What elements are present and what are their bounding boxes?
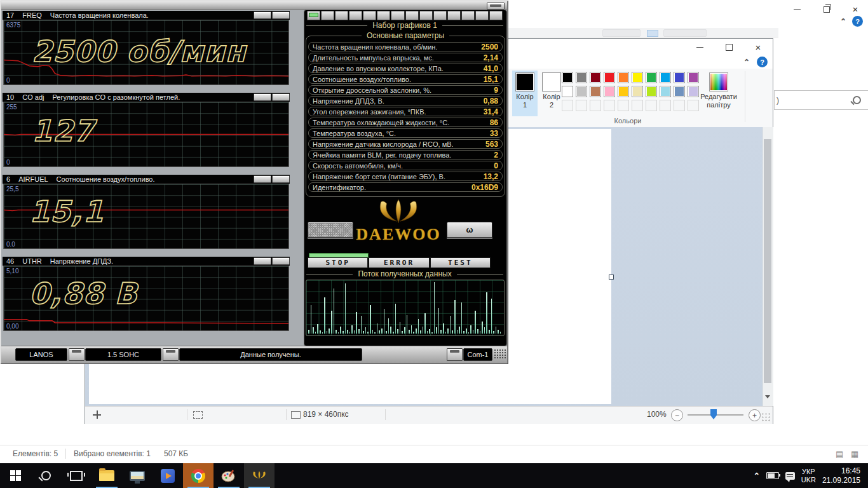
port-select-button[interactable]	[447, 348, 463, 361]
graph-set-tab[interactable]	[461, 11, 475, 20]
graph-panel-button[interactable]	[272, 93, 290, 101]
graph-panel-button[interactable]	[272, 11, 290, 19]
graph-value: 2500 об/мин	[32, 34, 246, 69]
param-row: Открытие дроссельной заслонки, %.9	[308, 85, 503, 95]
stop-label: STOP	[325, 259, 350, 267]
graph-plot-airfuel: 25,5 0.0 15,1	[3, 184, 289, 249]
taskbar-paint[interactable]	[214, 463, 244, 488]
taskbar-media-player[interactable]	[153, 463, 183, 488]
param-value: 0x16D9	[471, 183, 498, 192]
media-player-icon	[161, 469, 175, 483]
graph-code: UTHR	[22, 257, 42, 265]
error-label: ERROR	[384, 259, 414, 267]
engine-select-button[interactable]	[163, 348, 179, 361]
graph-set-tab[interactable]	[349, 11, 362, 20]
graph-plot-co: 255 0 127	[3, 102, 289, 167]
graph-panel-button[interactable]	[272, 175, 290, 183]
graph-set-tab[interactable]	[363, 11, 376, 20]
param-label: Открытие дроссельной заслонки, %.	[313, 86, 431, 94]
graph-set-tab[interactable]	[489, 11, 503, 20]
model-field: LANOS	[15, 348, 67, 361]
graph-set-tab[interactable]	[419, 11, 433, 20]
paint-icon	[221, 469, 236, 483]
daewoo-icon	[252, 471, 266, 480]
y-min-label: 0	[6, 77, 10, 84]
error-button[interactable]: ERROR	[369, 257, 429, 268]
param-value: 0,88	[484, 97, 498, 105]
desktop: × ⌃ ? ) Елементів: 5 Вибрано елементів: …	[0, 0, 868, 488]
battery-icon[interactable]	[766, 472, 779, 479]
action-center-icon[interactable]	[785, 472, 795, 480]
param-row: Температура воздуха, °С.33	[308, 128, 503, 138]
daewoo-wordmark: DAEWOO	[356, 225, 441, 244]
omega-button[interactable]: ω	[447, 222, 492, 238]
daewoo-emblem	[377, 200, 419, 226]
search-icon	[41, 471, 51, 480]
param-label: Ячейкиа памяти BLM, рег. подачу топлива.	[313, 151, 452, 159]
taskbar-photos[interactable]	[122, 463, 153, 488]
param-row: Напряжение ДПДЗ, В.0,88	[308, 96, 503, 105]
graph-set-tab[interactable]	[377, 11, 390, 20]
graph-code: CO adj	[22, 93, 44, 101]
graph-panel-button[interactable]	[254, 11, 271, 19]
param-row: Идентификатор.0x16D9	[308, 182, 503, 192]
graph-set-tab[interactable]	[433, 11, 447, 20]
taskbar-file-explorer[interactable]	[92, 463, 122, 488]
diagnostic-title-bar[interactable]	[1, 1, 507, 10]
clock[interactable]: 16:4521.09.2015	[822, 466, 860, 485]
graph-set-tab[interactable]	[335, 11, 348, 20]
graph-set-tab[interactable]	[307, 11, 320, 20]
model-select-button[interactable]	[69, 348, 85, 361]
param-label: Напряжение борт сети (питание ЭБУ), В.	[313, 173, 445, 180]
dimmed-button[interactable]	[308, 222, 353, 238]
date-text: 21.09.2015	[822, 476, 860, 485]
param-value: 86	[490, 118, 498, 127]
graph-set-tab[interactable]	[447, 11, 461, 20]
graph-number: 46	[6, 257, 14, 265]
graph-panel-button[interactable]	[254, 175, 271, 183]
graph-set-tab[interactable]	[475, 11, 489, 20]
language-bottom: UKR	[801, 476, 816, 484]
param-row: Давление во впускном коллекторе, КПа.41,…	[308, 64, 503, 73]
graph-panel-button[interactable]	[272, 257, 290, 265]
start-button[interactable]	[0, 463, 31, 488]
language-indicator[interactable]: УКРUKR	[801, 468, 816, 484]
param-value: 33	[490, 129, 498, 138]
stop-button[interactable]: STOP	[308, 257, 368, 268]
section-title: Основные параметры	[362, 31, 449, 40]
graph-panel-button[interactable]	[254, 257, 271, 265]
language-top: УКР	[802, 468, 815, 475]
main-parameters-section: Основные параметры Частота вращения коле…	[306, 36, 505, 197]
task-view-button[interactable]	[61, 463, 92, 488]
y-min-label: 0,00	[6, 323, 18, 330]
param-value: 563	[485, 140, 498, 149]
param-row: Соотношение воздух/топливо.15,1	[308, 74, 503, 84]
engine-field: 1.5 SOHC	[85, 348, 161, 361]
data-stream-chart	[306, 280, 505, 336]
graph-set-tabs	[307, 11, 503, 19]
param-label: Давление во впускном коллекторе, КПа.	[313, 65, 444, 72]
taskbar-chrome[interactable]	[183, 463, 214, 488]
control-buttons: STOP ERROR TEST	[308, 257, 491, 268]
taskbar-search-button[interactable]	[31, 463, 61, 488]
graph-value: 0,88 В	[29, 276, 138, 311]
param-value: 31,4	[484, 107, 498, 116]
photos-icon	[130, 471, 145, 481]
param-label: Напряжение датчика кислорода / RCO, мВ.	[313, 140, 454, 148]
param-row: Напряжение борт сети (питание ЭБУ), В.13…	[308, 172, 503, 181]
diagnostic-window-button[interactable]	[487, 3, 505, 10]
task-view-icon	[70, 471, 83, 481]
graph-set-title-text: Набор графиков 1	[372, 21, 437, 30]
graph-description: Частота вращения коленвала.	[50, 11, 149, 19]
param-value: 15,1	[484, 75, 498, 84]
graph-panel-button[interactable]	[254, 93, 271, 101]
tray-expand-button[interactable]: ⌃	[754, 471, 760, 480]
stream-title: Поток полученных данных	[306, 269, 503, 278]
taskbar-daewoo-app[interactable]	[244, 463, 275, 488]
graph-set-tab[interactable]	[321, 11, 334, 20]
graph-set-tab[interactable]	[405, 11, 419, 20]
test-button[interactable]: TEST	[430, 257, 491, 268]
param-label: Скорость автомобиля, км/ч.	[313, 162, 403, 170]
y-max-label: 6375	[6, 22, 20, 29]
graph-set-tab[interactable]	[391, 11, 404, 20]
